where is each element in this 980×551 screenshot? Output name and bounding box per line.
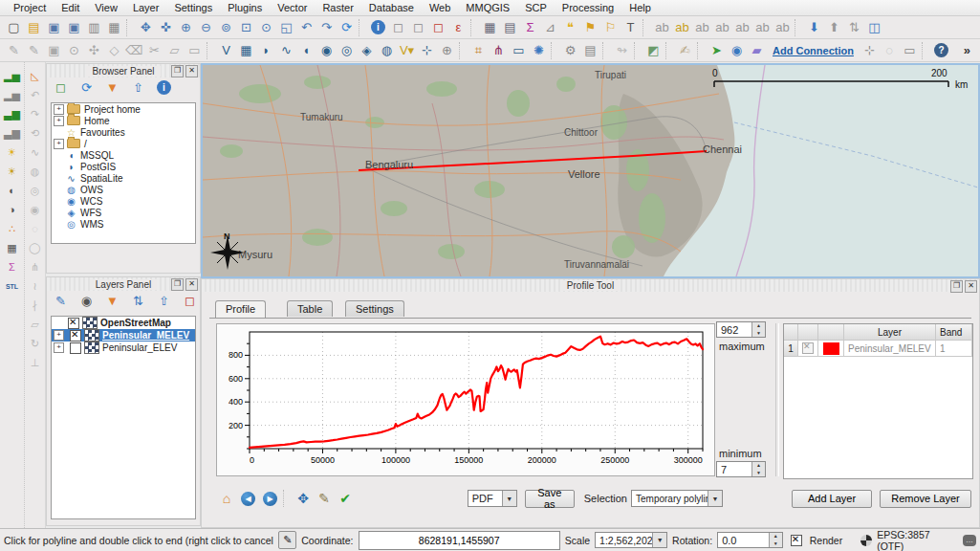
current-edits-icon[interactable]: ✎: [4, 41, 24, 60]
identify-features-icon[interactable]: i: [371, 20, 385, 34]
select-features-icon[interactable]: ◻: [388, 18, 408, 37]
split-features-icon[interactable]: ∤: [27, 298, 44, 313]
cut-features-icon[interactable]: ✂: [144, 41, 164, 60]
layer-item-peninsular_elev[interactable]: +Peninsular_ELEV: [52, 342, 195, 354]
brightness-increase-icon[interactable]: ☀: [4, 144, 21, 160]
lasso-select-icon[interactable]: ↬: [612, 41, 632, 60]
menu-raster[interactable]: Raster: [315, 1, 360, 14]
filter-browser-icon[interactable]: ▼: [102, 77, 122, 97]
home-extent-icon[interactable]: ⌂: [216, 490, 237, 507]
expander-icon[interactable]: +: [54, 342, 64, 353]
add-ring-icon[interactable]: ◍: [27, 164, 44, 179]
add-feature-icon[interactable]: ⊙: [64, 41, 84, 60]
tab-profile[interactable]: Profile: [215, 300, 266, 318]
messages-bubble-icon[interactable]: …: [963, 535, 976, 546]
layer-visibility-checkbox[interactable]: [70, 342, 81, 354]
table-row[interactable]: 1Peninsular_MELEV1: [784, 341, 972, 357]
properties-info-icon[interactable]: i: [157, 80, 171, 95]
refresh-browser-icon[interactable]: ⟳: [76, 77, 97, 97]
menu-processing[interactable]: Processing: [555, 1, 621, 14]
raster-histogram-full-icon[interactable]: ▃▆: [4, 106, 21, 121]
measure-triangle-plugin-icon[interactable]: ◺: [27, 68, 44, 83]
edit-plot-icon[interactable]: ✎: [314, 490, 335, 507]
color-swatch[interactable]: [823, 342, 839, 355]
copy-features-icon[interactable]: ▱: [164, 41, 185, 60]
browser-close-button[interactable]: ✕: [185, 65, 198, 77]
offset-curve-icon[interactable]: ≀: [27, 278, 44, 294]
add-connection-link[interactable]: Add Connection: [773, 45, 854, 56]
offline-editing-upload-icon[interactable]: ⬆: [824, 18, 844, 37]
zoom-in-icon[interactable]: ⊕: [176, 18, 196, 37]
menu-plugins[interactable]: Plugins: [220, 1, 270, 14]
save-project-as-icon[interactable]: ▣: [64, 18, 84, 37]
expander-icon[interactable]: +: [54, 139, 64, 149]
map-canvas[interactable]: TumakuruBengaluruChittoorVelloreTiruvann…: [201, 63, 980, 278]
browser-item-ows[interactable]: ◍OWS: [52, 184, 195, 195]
new-project-icon[interactable]: ▢: [4, 18, 24, 37]
rotate-feature-icon[interactable]: ⟲: [27, 125, 44, 141]
csw-tool-icon[interactable]: ▭: [900, 41, 920, 60]
tab-table[interactable]: Table: [287, 300, 333, 317]
column-header-layer[interactable]: Layer: [844, 324, 936, 341]
python-console-icon[interactable]: ▭: [509, 41, 529, 60]
menu-help[interactable]: Help: [621, 1, 659, 14]
globe-lock-icon[interactable]: ◐: [4, 183, 21, 198]
trim-extend-icon[interactable]: ⊥: [27, 355, 44, 370]
add-selected-layers-icon[interactable]: ◻: [51, 77, 71, 97]
db-manager-icon[interactable]: ◫: [864, 18, 884, 37]
merge-features-icon[interactable]: ▱: [27, 317, 44, 332]
layer-labeling-options-icon[interactable]: ab: [652, 18, 672, 37]
row-checkbox[interactable]: [802, 342, 814, 354]
options-wrench-icon[interactable]: ⚙: [560, 41, 580, 60]
simplify-feature-icon[interactable]: ∿: [27, 144, 44, 160]
brightness-decrease-icon[interactable]: ☀: [4, 164, 21, 179]
layout-manager-icon[interactable]: ▦: [104, 18, 124, 37]
maximum-spin-buttons[interactable]: ▲▼: [751, 322, 765, 337]
building-footprint-tool-icon[interactable]: ▦: [4, 240, 21, 255]
raster-histogram-local-icon[interactable]: ▂▅: [4, 68, 21, 83]
change-label-icon[interactable]: ab: [773, 18, 793, 37]
export-format-combo[interactable]: PDF ▼: [468, 490, 517, 507]
pin-map-tool-icon[interactable]: ⊹: [860, 41, 880, 60]
menu-database[interactable]: Database: [361, 1, 422, 14]
map-tips-icon[interactable]: ❝: [560, 18, 580, 37]
rotation-spin-buttons[interactable]: ▲▼: [769, 533, 782, 547]
add-delimited-text-layer-icon[interactable]: ⊹: [417, 41, 437, 60]
add-postgis-layer-icon[interactable]: ◗: [256, 41, 276, 60]
crs-status[interactable]: EPSG:3857 (OTF): [877, 529, 953, 551]
tab-settings[interactable]: Settings: [345, 300, 404, 317]
remove-layer-group-icon[interactable]: ◻: [180, 291, 200, 310]
rotate-point-symbols-icon[interactable]: ↻: [27, 336, 44, 351]
points-cluster-tool-icon[interactable]: ∴: [4, 221, 21, 236]
layer-item-peninsular_melev[interactable]: +Peninsular_MELEV: [52, 329, 195, 342]
globe-unlock-icon[interactable]: ◑: [4, 202, 21, 217]
layer-diagram-options-icon[interactable]: ab: [672, 18, 692, 37]
new-bookmark-icon[interactable]: ⚑: [580, 18, 600, 37]
help-contents-icon[interactable]: ?: [934, 43, 948, 57]
layers-float-button[interactable]: ❐: [171, 278, 184, 291]
zoom-to-layer-icon[interactable]: ◱: [276, 18, 296, 37]
zoom-next-icon[interactable]: ↷: [316, 18, 337, 37]
back-arrow-icon[interactable]: ◀: [241, 492, 255, 506]
maximum-spinbox[interactable]: 962 ▲▼: [716, 321, 766, 338]
show-statistics-icon[interactable]: Σ: [520, 18, 540, 37]
add-layer-definition-icon[interactable]: ⊕: [437, 41, 457, 60]
add-raster-layer-icon[interactable]: ▦: [236, 41, 256, 60]
menu-web[interactable]: Web: [422, 1, 458, 14]
save-as-button[interactable]: Save as: [525, 490, 575, 508]
show-bookmarks-icon[interactable]: ⚐: [600, 18, 621, 37]
menu-mmqgis[interactable]: MMQGIS: [458, 1, 517, 14]
apply-check-icon[interactable]: ✔: [335, 490, 356, 507]
layer-visibility-checkbox[interactable]: [68, 318, 79, 329]
zoom-native-icon[interactable]: ⊚: [216, 18, 236, 37]
browser-item-postgis[interactable]: ◗PostGIS: [52, 161, 195, 172]
browser-item-spatialite[interactable]: ∿SpatiaLite: [52, 172, 195, 184]
menu-vector[interactable]: Vector: [270, 1, 315, 14]
rotation-spinbox[interactable]: 0.0 ▲▼: [717, 532, 783, 548]
browser-float-button[interactable]: ❐: [171, 65, 184, 77]
pan-plot-icon[interactable]: ✥: [293, 490, 314, 507]
log-messages-icon[interactable]: ▤: [580, 41, 600, 60]
render-checkbox[interactable]: [791, 535, 802, 546]
browser-item-mssql[interactable]: ◖MSSQL: [52, 149, 195, 161]
text-annotation-icon[interactable]: T: [621, 18, 641, 37]
